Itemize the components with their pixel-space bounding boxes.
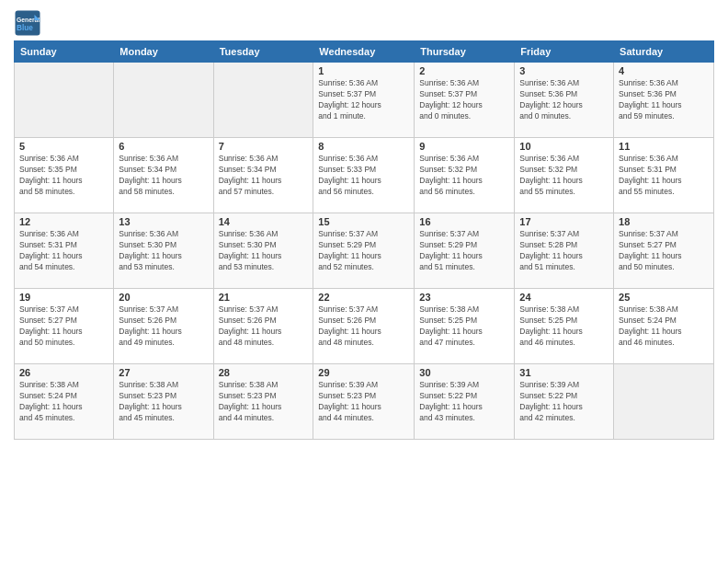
day-cell: 2Sunrise: 5:36 AM Sunset: 5:37 PM Daylig… bbox=[415, 63, 515, 138]
day-number: 15 bbox=[318, 216, 409, 227]
day-number: 5 bbox=[19, 141, 108, 152]
day-cell: 15Sunrise: 5:37 AM Sunset: 5:29 PM Dayli… bbox=[313, 213, 415, 289]
day-cell: 7Sunrise: 5:36 AM Sunset: 5:34 PM Daylig… bbox=[213, 138, 313, 213]
day-info: Sunrise: 5:38 AM Sunset: 5:25 PM Dayligh… bbox=[419, 304, 509, 349]
weekday-header-saturday: Saturday bbox=[614, 41, 714, 63]
day-cell: 26Sunrise: 5:38 AM Sunset: 5:24 PM Dayli… bbox=[15, 364, 114, 440]
day-number: 8 bbox=[318, 141, 409, 152]
day-info: Sunrise: 5:37 AM Sunset: 5:26 PM Dayligh… bbox=[318, 304, 409, 349]
day-info: Sunrise: 5:36 AM Sunset: 5:31 PM Dayligh… bbox=[619, 154, 709, 198]
week-row-4: 19Sunrise: 5:37 AM Sunset: 5:27 PM Dayli… bbox=[15, 289, 714, 364]
day-number: 30 bbox=[419, 367, 509, 378]
day-number: 4 bbox=[619, 65, 709, 76]
day-cell: 23Sunrise: 5:38 AM Sunset: 5:25 PM Dayli… bbox=[415, 289, 515, 364]
day-info: Sunrise: 5:39 AM Sunset: 5:22 PM Dayligh… bbox=[519, 380, 609, 424]
day-number: 29 bbox=[318, 367, 409, 378]
day-info: Sunrise: 5:37 AM Sunset: 5:29 PM Dayligh… bbox=[419, 229, 509, 273]
day-cell bbox=[213, 63, 313, 138]
day-number: 24 bbox=[519, 292, 609, 303]
day-cell: 13Sunrise: 5:36 AM Sunset: 5:30 PM Dayli… bbox=[114, 213, 213, 289]
day-cell: 12Sunrise: 5:36 AM Sunset: 5:31 PM Dayli… bbox=[15, 213, 114, 289]
day-number: 20 bbox=[119, 292, 208, 303]
day-number: 26 bbox=[19, 367, 108, 378]
day-number: 22 bbox=[318, 292, 409, 303]
day-number: 10 bbox=[519, 141, 609, 152]
day-cell: 20Sunrise: 5:37 AM Sunset: 5:26 PM Dayli… bbox=[114, 289, 213, 364]
day-cell: 17Sunrise: 5:37 AM Sunset: 5:28 PM Dayli… bbox=[515, 213, 614, 289]
day-info: Sunrise: 5:36 AM Sunset: 5:31 PM Dayligh… bbox=[19, 229, 108, 273]
day-cell: 8Sunrise: 5:36 AM Sunset: 5:33 PM Daylig… bbox=[313, 138, 415, 213]
day-info: Sunrise: 5:36 AM Sunset: 5:30 PM Dayligh… bbox=[119, 229, 208, 273]
day-number: 11 bbox=[619, 141, 709, 152]
day-number: 13 bbox=[119, 216, 208, 227]
calendar-table: SundayMondayTuesdayWednesdayThursdayFrid… bbox=[14, 40, 714, 440]
day-number: 17 bbox=[519, 216, 609, 227]
day-info: Sunrise: 5:37 AM Sunset: 5:28 PM Dayligh… bbox=[519, 229, 609, 273]
day-number: 9 bbox=[419, 141, 509, 152]
day-info: Sunrise: 5:36 AM Sunset: 5:37 PM Dayligh… bbox=[419, 78, 509, 122]
day-cell: 19Sunrise: 5:37 AM Sunset: 5:27 PM Dayli… bbox=[15, 289, 114, 364]
weekday-header-monday: Monday bbox=[114, 41, 213, 63]
day-number: 3 bbox=[519, 65, 609, 76]
day-cell: 4Sunrise: 5:36 AM Sunset: 5:36 PM Daylig… bbox=[614, 63, 714, 138]
day-info: Sunrise: 5:38 AM Sunset: 5:23 PM Dayligh… bbox=[219, 380, 309, 424]
day-info: Sunrise: 5:38 AM Sunset: 5:24 PM Dayligh… bbox=[619, 304, 709, 349]
day-cell: 10Sunrise: 5:36 AM Sunset: 5:32 PM Dayli… bbox=[515, 138, 614, 213]
header: General Blue bbox=[14, 9, 714, 37]
day-info: Sunrise: 5:36 AM Sunset: 5:36 PM Dayligh… bbox=[619, 78, 709, 122]
svg-text:Blue: Blue bbox=[17, 24, 33, 32]
weekday-header-thursday: Thursday bbox=[415, 41, 515, 63]
day-cell: 30Sunrise: 5:39 AM Sunset: 5:22 PM Dayli… bbox=[415, 364, 515, 440]
day-cell: 18Sunrise: 5:37 AM Sunset: 5:27 PM Dayli… bbox=[614, 213, 714, 289]
day-cell: 22Sunrise: 5:37 AM Sunset: 5:26 PM Dayli… bbox=[313, 289, 415, 364]
day-info: Sunrise: 5:36 AM Sunset: 5:34 PM Dayligh… bbox=[119, 154, 208, 198]
day-info: Sunrise: 5:36 AM Sunset: 5:32 PM Dayligh… bbox=[419, 154, 509, 198]
day-number: 23 bbox=[419, 292, 509, 303]
day-cell: 9Sunrise: 5:36 AM Sunset: 5:32 PM Daylig… bbox=[415, 138, 515, 213]
logo-icon: General Blue bbox=[14, 9, 41, 37]
day-info: Sunrise: 5:37 AM Sunset: 5:27 PM Dayligh… bbox=[19, 304, 108, 349]
day-info: Sunrise: 5:36 AM Sunset: 5:32 PM Dayligh… bbox=[519, 154, 609, 198]
day-cell bbox=[15, 63, 114, 138]
day-number: 1 bbox=[318, 65, 409, 76]
day-info: Sunrise: 5:38 AM Sunset: 5:24 PM Dayligh… bbox=[19, 380, 108, 424]
day-info: Sunrise: 5:39 AM Sunset: 5:22 PM Dayligh… bbox=[419, 380, 509, 424]
day-number: 31 bbox=[519, 367, 609, 378]
day-cell: 16Sunrise: 5:37 AM Sunset: 5:29 PM Dayli… bbox=[415, 213, 515, 289]
week-row-3: 12Sunrise: 5:36 AM Sunset: 5:31 PM Dayli… bbox=[15, 213, 714, 289]
day-info: Sunrise: 5:36 AM Sunset: 5:36 PM Dayligh… bbox=[519, 78, 609, 122]
day-info: Sunrise: 5:36 AM Sunset: 5:33 PM Dayligh… bbox=[318, 154, 409, 198]
day-cell: 27Sunrise: 5:38 AM Sunset: 5:23 PM Dayli… bbox=[114, 364, 213, 440]
day-info: Sunrise: 5:36 AM Sunset: 5:35 PM Dayligh… bbox=[19, 154, 108, 198]
day-cell: 25Sunrise: 5:38 AM Sunset: 5:24 PM Dayli… bbox=[614, 289, 714, 364]
day-cell: 14Sunrise: 5:36 AM Sunset: 5:30 PM Dayli… bbox=[213, 213, 313, 289]
week-row-5: 26Sunrise: 5:38 AM Sunset: 5:24 PM Dayli… bbox=[15, 364, 714, 440]
weekday-header-row: SundayMondayTuesdayWednesdayThursdayFrid… bbox=[15, 41, 714, 63]
day-cell: 6Sunrise: 5:36 AM Sunset: 5:34 PM Daylig… bbox=[114, 138, 213, 213]
logo: General Blue bbox=[14, 9, 45, 37]
day-info: Sunrise: 5:36 AM Sunset: 5:37 PM Dayligh… bbox=[318, 78, 409, 122]
day-cell: 24Sunrise: 5:38 AM Sunset: 5:25 PM Dayli… bbox=[515, 289, 614, 364]
day-info: Sunrise: 5:38 AM Sunset: 5:25 PM Dayligh… bbox=[519, 304, 609, 349]
day-number: 21 bbox=[219, 292, 309, 303]
day-number: 6 bbox=[119, 141, 208, 152]
day-cell: 1Sunrise: 5:36 AM Sunset: 5:37 PM Daylig… bbox=[313, 63, 415, 138]
day-info: Sunrise: 5:37 AM Sunset: 5:26 PM Dayligh… bbox=[219, 304, 309, 349]
weekday-header-tuesday: Tuesday bbox=[213, 41, 313, 63]
day-cell: 5Sunrise: 5:36 AM Sunset: 5:35 PM Daylig… bbox=[15, 138, 114, 213]
calendar-page: General Blue SundayMondayTuesdayWednesda… bbox=[0, 0, 728, 563]
day-info: Sunrise: 5:36 AM Sunset: 5:30 PM Dayligh… bbox=[219, 229, 309, 273]
day-cell: 28Sunrise: 5:38 AM Sunset: 5:23 PM Dayli… bbox=[213, 364, 313, 440]
day-number: 18 bbox=[619, 216, 709, 227]
day-info: Sunrise: 5:38 AM Sunset: 5:23 PM Dayligh… bbox=[119, 380, 208, 424]
weekday-header-friday: Friday bbox=[515, 41, 614, 63]
day-cell: 3Sunrise: 5:36 AM Sunset: 5:36 PM Daylig… bbox=[515, 63, 614, 138]
day-info: Sunrise: 5:37 AM Sunset: 5:26 PM Dayligh… bbox=[119, 304, 208, 349]
day-cell: 11Sunrise: 5:36 AM Sunset: 5:31 PM Dayli… bbox=[614, 138, 714, 213]
day-cell bbox=[114, 63, 213, 138]
day-number: 27 bbox=[119, 367, 208, 378]
day-cell: 29Sunrise: 5:39 AM Sunset: 5:23 PM Dayli… bbox=[313, 364, 415, 440]
week-row-1: 1Sunrise: 5:36 AM Sunset: 5:37 PM Daylig… bbox=[15, 63, 714, 138]
day-cell: 21Sunrise: 5:37 AM Sunset: 5:26 PM Dayli… bbox=[213, 289, 313, 364]
day-number: 12 bbox=[19, 216, 108, 227]
